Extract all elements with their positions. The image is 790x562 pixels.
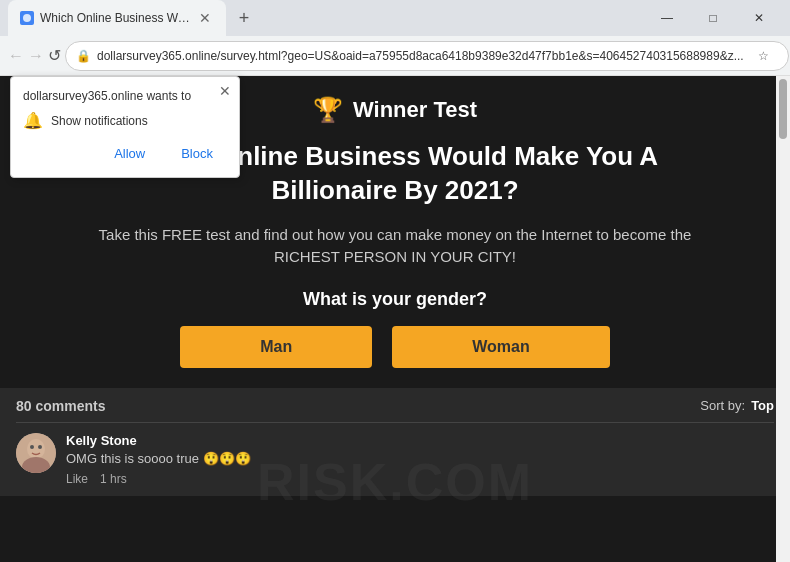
winner-header: 🏆 Winner Test — [313, 96, 477, 124]
allow-button[interactable]: Allow — [100, 142, 159, 165]
trophy-icon: 🏆 — [313, 96, 343, 124]
bell-icon: 🔔 — [23, 111, 43, 130]
active-tab[interactable]: Which Online Business Would M ✕ — [8, 0, 226, 36]
new-tab-button[interactable]: + — [230, 4, 258, 32]
comment-author: Kelly Stone — [66, 433, 774, 448]
comment-body: Kelly Stone OMG this is soooo true 😲😲😲 L… — [66, 433, 774, 486]
subtext: Take this FREE test and find out how you… — [80, 224, 710, 269]
tab-favicon — [20, 11, 34, 25]
man-button[interactable]: Man — [180, 326, 372, 368]
sort-by: Sort by: Top — [700, 398, 774, 413]
tab-close-icon[interactable]: ✕ — [196, 9, 214, 27]
comment-text: OMG this is soooo true 😲😲😲 — [66, 451, 774, 466]
comments-count: 80 comments — [16, 398, 105, 414]
winner-title: Winner Test — [353, 97, 477, 123]
comment-item: Kelly Stone OMG this is soooo true 😲😲😲 L… — [16, 433, 774, 486]
scrollbar-thumb[interactable] — [779, 79, 787, 139]
scrollbar[interactable] — [776, 76, 790, 562]
sort-value: Top — [751, 398, 774, 413]
comments-section: 80 comments Sort by: Top — [0, 388, 790, 496]
notification-description: Show notifications — [51, 114, 148, 128]
tab-bar: Which Online Business Would M ✕ + — □ ✕ — [0, 0, 790, 36]
address-bar[interactable]: 🔒 dollarsurvey365.online/survey.html?geo… — [65, 41, 789, 71]
close-button[interactable]: ✕ — [736, 2, 782, 34]
url-text: dollarsurvey365.online/survey.html?geo=U… — [97, 49, 744, 63]
notification-popup: ✕ dollarsurvey365.online wants to 🔔 Show… — [10, 76, 240, 178]
gender-buttons: Man Woman — [180, 326, 609, 368]
notification-site: dollarsurvey365.online wants to — [23, 89, 227, 103]
svg-point-5 — [38, 445, 42, 449]
refresh-button[interactable]: ↺ — [48, 40, 61, 72]
block-button[interactable]: Block — [167, 142, 227, 165]
tab-title: Which Online Business Would M — [40, 11, 190, 25]
back-button[interactable]: ← — [8, 40, 24, 72]
avatar — [16, 433, 56, 473]
browser-controls-bar: ← → ↺ 🔒 dollarsurvey365.online/survey.ht… — [0, 36, 790, 76]
svg-point-2 — [27, 439, 45, 459]
avatar-image — [16, 433, 56, 473]
lock-icon: 🔒 — [76, 49, 91, 63]
bookmark-icon[interactable]: ☆ — [750, 42, 778, 70]
maximize-button[interactable]: □ — [690, 2, 736, 34]
svg-point-0 — [23, 14, 31, 22]
comments-header: 80 comments Sort by: Top — [16, 398, 774, 423]
comment-time: 1 hrs — [100, 472, 127, 486]
svg-point-4 — [30, 445, 34, 449]
minimize-button[interactable]: — — [644, 2, 690, 34]
gender-question: What is your gender? — [303, 289, 487, 310]
like-button[interactable]: Like — [66, 472, 88, 486]
woman-button[interactable]: Woman — [392, 326, 609, 368]
sort-label: Sort by: — [700, 398, 745, 413]
notification-close-icon[interactable]: ✕ — [219, 83, 231, 99]
forward-button[interactable]: → — [28, 40, 44, 72]
comment-actions: Like 1 hrs — [66, 472, 774, 486]
